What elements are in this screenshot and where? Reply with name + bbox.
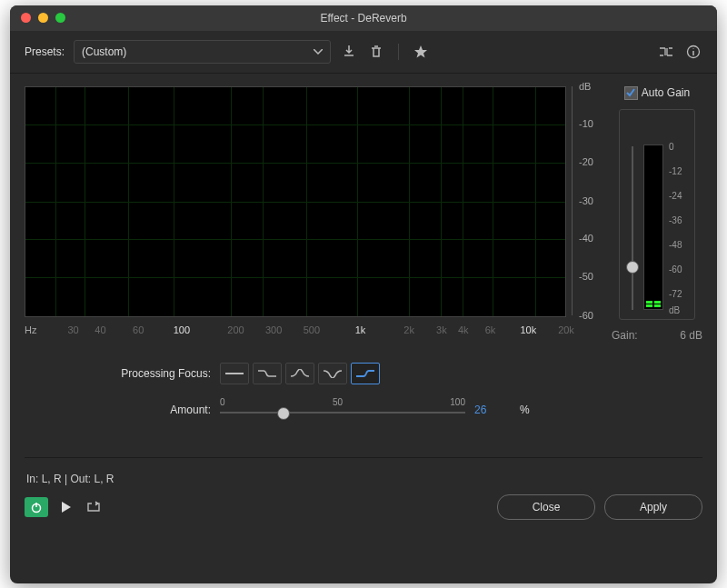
processing-focus-group bbox=[220, 363, 380, 384]
gain-meter-box: 0 -12 -24 -36 -48 -60 -72 dB bbox=[619, 109, 695, 320]
titlebar[interactable]: Effect - DeReverb bbox=[10, 5, 717, 31]
presets-label: Presets: bbox=[25, 45, 65, 58]
amount-slider[interactable]: 0 50 100 bbox=[220, 397, 465, 423]
amount-slider-thumb[interactable] bbox=[277, 407, 290, 420]
gain-slider-thumb[interactable] bbox=[626, 261, 639, 274]
amount-label: Amount: bbox=[34, 404, 211, 416]
gain-label: Gain: bbox=[612, 329, 638, 342]
db-scale: dB -10 -20 -30 -40 -50 -60 bbox=[572, 86, 599, 315]
amount-value[interactable]: 26 bbox=[474, 404, 511, 416]
meter-scale: 0 -12 -24 -36 -48 -60 -72 dB bbox=[669, 146, 687, 310]
chevron-down-icon bbox=[314, 49, 323, 55]
focus-high-shelf-button[interactable] bbox=[351, 363, 380, 384]
gain-value: 6 dB bbox=[680, 329, 702, 342]
checkbox-icon bbox=[624, 86, 638, 100]
spectrum-display[interactable] bbox=[25, 86, 566, 317]
play-button[interactable] bbox=[57, 501, 75, 513]
focus-notch-button[interactable] bbox=[318, 363, 347, 384]
focus-band-button[interactable] bbox=[285, 363, 314, 384]
presets-value: (Custom) bbox=[82, 45, 126, 58]
routing-icon[interactable] bbox=[657, 43, 675, 61]
level-meter bbox=[643, 145, 663, 310]
close-button[interactable]: Close bbox=[497, 494, 595, 520]
footer: Close Apply bbox=[10, 494, 717, 533]
divider bbox=[25, 457, 702, 458]
toolbar: Presets: (Custom) bbox=[10, 31, 717, 74]
info-icon[interactable] bbox=[684, 43, 702, 61]
effect-window: Effect - DeReverb Presets: (Custom) bbox=[10, 5, 717, 583]
presets-select[interactable]: (Custom) bbox=[74, 40, 331, 64]
hz-scale: Hz 30 40 60 100 200 300 500 1k 2k 3k 4k … bbox=[25, 321, 566, 341]
gain-readout: Gain: 6 dB bbox=[606, 320, 708, 342]
focus-low-shelf-button[interactable] bbox=[220, 363, 249, 384]
apply-button[interactable]: Apply bbox=[604, 494, 702, 520]
loop-button[interactable] bbox=[85, 498, 103, 516]
power-button[interactable] bbox=[25, 497, 48, 517]
gain-slider[interactable] bbox=[627, 146, 638, 310]
content: dB -10 -20 -30 -40 -50 -60 Hz 30 40 60 1… bbox=[10, 74, 717, 452]
delete-preset-icon[interactable] bbox=[367, 43, 385, 61]
toolbar-divider bbox=[398, 44, 399, 60]
focus-low-cut-button[interactable] bbox=[253, 363, 282, 384]
processing-focus-label: Processing Focus: bbox=[34, 367, 211, 380]
auto-gain-checkbox[interactable]: Auto Gain bbox=[624, 86, 690, 100]
window-title: Effect - DeReverb bbox=[10, 12, 717, 25]
favorite-icon[interactable] bbox=[412, 43, 430, 61]
io-text: In: L, R | Out: L, R bbox=[10, 463, 717, 494]
amount-unit: % bbox=[520, 404, 530, 416]
save-preset-icon[interactable] bbox=[340, 43, 358, 61]
